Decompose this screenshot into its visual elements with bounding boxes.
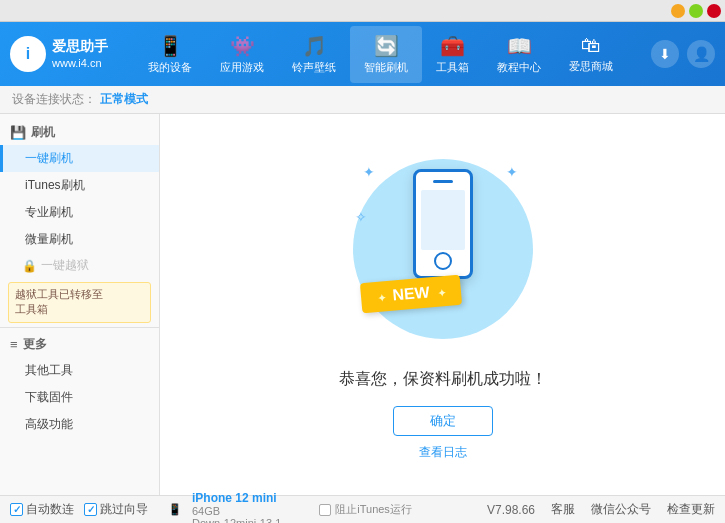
sidebar-item-download-firmware[interactable]: 下载固件 xyxy=(0,384,159,411)
lock-icon: 🔒 xyxy=(22,259,37,273)
sidebar-divider xyxy=(0,327,159,328)
header: i 爱思助手 www.i4.cn 📱 我的设备 👾 应用游戏 🎵 铃声壁纸 🔄 … xyxy=(0,22,725,86)
logo-icon: i xyxy=(10,36,46,72)
refresh-icon: 🔄 xyxy=(374,34,399,58)
sparkle-icon-2: ✦ xyxy=(506,164,518,180)
logo-area: i 爱思助手 www.i4.cn xyxy=(10,36,120,72)
sidebar-item-pro-flash[interactable]: 专业刷机 xyxy=(0,199,159,226)
device-info: 📱 xyxy=(168,503,182,516)
status-bar: 设备连接状态： 正常模式 xyxy=(0,86,725,114)
download-button[interactable]: ⬇ xyxy=(651,40,679,68)
sidebar-item-advanced[interactable]: 高级功能 xyxy=(0,411,159,438)
more-section-icon: ≡ xyxy=(10,337,18,352)
confirm-button[interactable]: 确定 xyxy=(393,406,493,436)
maximize-button[interactable] xyxy=(689,4,703,18)
view-log-link[interactable]: 查看日志 xyxy=(419,444,467,461)
device-icon: 📱 xyxy=(168,503,182,516)
success-message: 恭喜您，保资料刷机成功啦！ xyxy=(339,369,547,390)
logo-text: 爱思助手 www.i4.cn xyxy=(52,37,108,72)
skip-wizard-checkbox[interactable]: 跳过向导 xyxy=(84,501,148,518)
nav-istore[interactable]: 🛍 爱思商城 xyxy=(555,26,627,83)
sidebar: 💾 刷机 一键刷机 iTunes刷机 专业刷机 微量刷机 🔒 一键越狱 越狱工具… xyxy=(0,114,160,495)
nav-apps-games[interactable]: 👾 应用游戏 xyxy=(206,26,278,83)
nav-ringtones[interactable]: 🎵 铃声壁纸 xyxy=(278,26,350,83)
sparkle-icon-1: ✦ xyxy=(363,164,375,180)
bottom-right: V7.98.66 客服 微信公众号 检查更新 xyxy=(487,501,715,518)
minimize-button[interactable] xyxy=(671,4,685,18)
phone-screen xyxy=(421,190,465,250)
flash-section-icon: 💾 xyxy=(10,125,26,140)
sidebar-section-more: ≡ 更多 xyxy=(0,332,159,357)
auto-close-checkbox-box[interactable] xyxy=(10,503,23,516)
phone-icon: 📱 xyxy=(158,34,183,58)
sidebar-item-one-click-flash[interactable]: 一键刷机 xyxy=(0,145,159,172)
nav-toolbox[interactable]: 🧰 工具箱 xyxy=(422,26,483,83)
customer-service-link[interactable]: 客服 xyxy=(551,501,575,518)
header-right: ⬇ 👤 xyxy=(651,40,715,68)
auto-close-checkbox[interactable]: 自动数连 xyxy=(10,501,74,518)
nav-tutorials[interactable]: 📖 教程中心 xyxy=(483,26,555,83)
stop-itunes-area: 阻止iTunes运行 xyxy=(311,499,420,520)
toolbox-icon: 🧰 xyxy=(440,34,465,58)
main-layout: 💾 刷机 一键刷机 iTunes刷机 专业刷机 微量刷机 🔒 一键越狱 越狱工具… xyxy=(0,114,725,495)
bottom-left: 自动数连 跳过向导 📱 iPhone 12 mini 64GB Down-12m… xyxy=(10,491,487,524)
title-bar xyxy=(0,0,725,22)
close-button[interactable] xyxy=(707,4,721,18)
sidebar-item-jailbreak-disabled: 🔒 一键越狱 xyxy=(0,253,159,278)
phone-illustration: ✦ ✦ ✧ NEW xyxy=(343,149,543,349)
music-icon: 🎵 xyxy=(302,34,327,58)
sidebar-item-itunes-flash[interactable]: iTunes刷机 xyxy=(0,172,159,199)
sidebar-notice: 越狱工具已转移至工具箱 xyxy=(8,282,151,323)
wechat-link[interactable]: 微信公众号 xyxy=(591,501,651,518)
sidebar-item-other-tools[interactable]: 其他工具 xyxy=(0,357,159,384)
device-details: iPhone 12 mini 64GB Down-12mini-13,1 xyxy=(192,491,281,524)
store-icon: 🛍 xyxy=(581,34,601,57)
stop-itunes-checkbox[interactable] xyxy=(319,504,331,516)
nav-bar: 📱 我的设备 👾 应用游戏 🎵 铃声壁纸 🔄 智能刷机 🧰 工具箱 📖 教程中心… xyxy=(120,26,641,83)
user-button[interactable]: 👤 xyxy=(687,40,715,68)
phone-shape xyxy=(413,169,473,279)
version-label: V7.98.66 xyxy=(487,503,535,517)
skip-wizard-checkbox-box[interactable] xyxy=(84,503,97,516)
nav-smart-flash[interactable]: 🔄 智能刷机 xyxy=(350,26,422,83)
sidebar-section-flash: 💾 刷机 xyxy=(0,120,159,145)
nav-my-device[interactable]: 📱 我的设备 xyxy=(134,26,206,83)
sparkle-icon-3: ✧ xyxy=(355,209,367,225)
tutorials-icon: 📖 xyxy=(507,34,532,58)
check-update-link[interactable]: 检查更新 xyxy=(667,501,715,518)
content-area: ✦ ✦ ✧ NEW 恭喜您，保资料刷机成功啦！ 确定 查看日志 xyxy=(160,114,725,495)
bottom-bar: 自动数连 跳过向导 📱 iPhone 12 mini 64GB Down-12m… xyxy=(0,495,725,523)
sidebar-item-micro-flash[interactable]: 微量刷机 xyxy=(0,226,159,253)
games-icon: 👾 xyxy=(230,34,255,58)
